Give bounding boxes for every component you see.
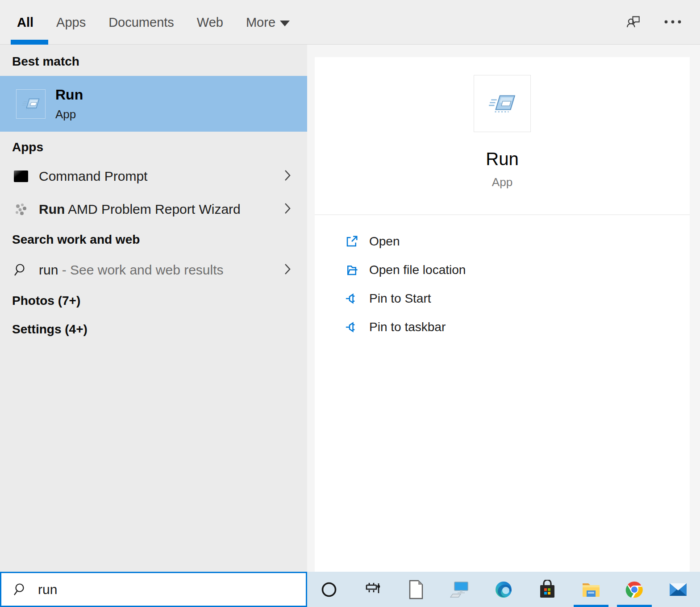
action-pin-to-start[interactable]: Pin to Start <box>315 284 690 313</box>
action-label: Open file location <box>369 263 466 277</box>
web-results-hint: - See work and web results <box>58 262 223 277</box>
taskbar-item-cortana[interactable] <box>307 572 351 607</box>
this-pc-icon <box>450 580 470 599</box>
chevron-down-icon <box>280 21 290 26</box>
taskbar-item-edge[interactable] <box>482 572 525 607</box>
cortana-icon <box>320 581 338 599</box>
result-label: Command Prompt <box>39 169 147 184</box>
best-match-header: Best match <box>12 54 79 69</box>
task-view-icon <box>364 582 382 598</box>
taskbar-item-this-pc[interactable] <box>438 572 482 607</box>
best-match-title: Run <box>55 87 83 103</box>
action-label: Open <box>369 234 400 249</box>
run-app-large-icon <box>474 75 531 132</box>
result-amd-problem-report-wizard[interactable]: Run AMD Problem Report Wizard <box>0 193 307 226</box>
command-prompt-icon <box>12 168 30 184</box>
best-match-text: Run App <box>55 87 83 121</box>
search-filter-header: All Apps Documents Web More <box>0 0 700 45</box>
amd-wizard-icon <box>12 202 30 217</box>
taskbar-item-chrome[interactable] <box>612 572 656 607</box>
start-search-panel: All Apps Documents Web More <box>0 0 700 607</box>
result-preview-pane: Run App Open Open file location <box>315 57 690 572</box>
action-open-file-location[interactable]: Open file location <box>315 256 690 284</box>
result-web-search-run[interactable]: run - See work and web results <box>0 254 307 287</box>
divider <box>315 214 690 215</box>
tab-all[interactable]: All <box>17 15 33 30</box>
tab-apps[interactable]: Apps <box>56 15 86 30</box>
taskbar-item-file-explorer[interactable] <box>569 572 613 607</box>
search-icon <box>12 262 30 278</box>
action-open[interactable]: Open <box>315 227 690 256</box>
query-text: run <box>39 262 58 277</box>
taskbar <box>307 572 700 607</box>
pin-icon <box>344 292 359 305</box>
matched-query-text: Run <box>39 202 65 216</box>
chrome-icon <box>625 580 644 599</box>
apps-section-header: Apps <box>12 140 43 154</box>
tab-more-label: More <box>246 15 275 30</box>
active-tab-indicator <box>11 40 48 45</box>
best-match-result-run[interactable]: Run App <box>0 76 307 132</box>
settings-section-header[interactable]: Settings (4+) <box>12 322 88 337</box>
action-pin-to-taskbar[interactable]: Pin to taskbar <box>315 313 690 341</box>
tab-documents[interactable]: Documents <box>108 15 174 30</box>
mail-icon <box>668 581 688 598</box>
taskbar-search-box[interactable] <box>0 572 307 607</box>
taskbar-item-mail[interactable] <box>656 572 700 607</box>
run-app-icon <box>16 89 46 119</box>
filter-tabs: All Apps Documents Web More <box>17 0 290 45</box>
open-icon <box>344 235 359 248</box>
context-actions: Open Open file location Pin to Start <box>315 227 690 341</box>
taskbar-item-libreoffice[interactable] <box>395 572 438 607</box>
result-label: run - See work and web results <box>39 262 224 278</box>
tab-web-label: Web <box>197 15 223 30</box>
header-icons <box>626 0 682 45</box>
tab-apps-label: Apps <box>56 15 86 30</box>
file-explorer-icon <box>581 581 601 599</box>
result-label-rest: AMD Problem Report Wizard <box>65 202 240 216</box>
taskbar-item-microsoft-store[interactable] <box>525 572 569 607</box>
web-search-section-header: Search work and web <box>12 233 140 247</box>
search-input[interactable] <box>37 582 306 598</box>
result-label: Run AMD Problem Report Wizard <box>39 202 241 217</box>
result-command-prompt[interactable]: Command Prompt <box>0 160 307 193</box>
chevron-right-icon[interactable] <box>284 202 291 216</box>
best-match-subtitle: App <box>55 108 83 121</box>
action-label: Pin to Start <box>369 291 431 306</box>
pin-icon <box>344 320 359 334</box>
search-icon <box>13 582 28 597</box>
photos-section-header[interactable]: Photos (7+) <box>12 294 80 308</box>
libreoffice-icon <box>408 580 425 599</box>
folder-icon <box>344 263 359 277</box>
preview-title: Run <box>315 149 690 169</box>
tab-more[interactable]: More <box>246 15 290 30</box>
feedback-icon[interactable] <box>626 13 643 32</box>
running-indicator <box>617 605 652 607</box>
tab-documents-label: Documents <box>108 15 174 30</box>
preview-subtitle: App <box>315 175 690 189</box>
tab-web[interactable]: Web <box>197 15 223 30</box>
microsoft-store-icon <box>538 580 557 599</box>
running-indicator <box>574 605 608 607</box>
action-label: Pin to taskbar <box>369 320 446 334</box>
chevron-right-icon[interactable] <box>284 169 291 183</box>
ellipsis-icon[interactable] <box>663 18 682 26</box>
chevron-right-icon[interactable] <box>284 263 291 277</box>
tab-all-label: All <box>17 15 33 30</box>
taskbar-item-task-view[interactable] <box>351 572 395 607</box>
search-results-panel: Best match Run App Apps <box>0 45 307 572</box>
edge-icon <box>494 580 513 599</box>
